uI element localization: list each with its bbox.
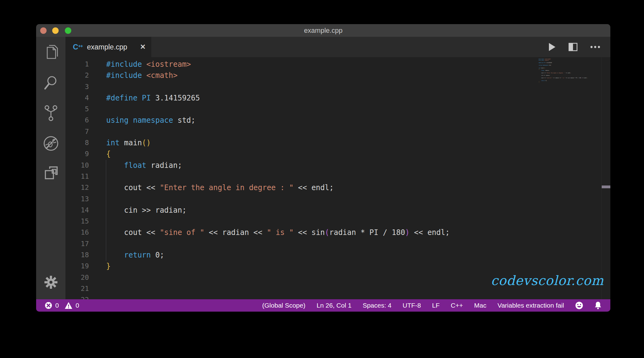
code-line[interactable]: } [106, 261, 536, 272]
code-line[interactable] [106, 272, 536, 283]
line-number[interactable]: 1 [65, 59, 89, 70]
sidebar-item-extensions[interactable] [36, 162, 65, 184]
sidebar-item-search[interactable] [36, 72, 65, 94]
line-number[interactable]: 8 [65, 137, 89, 148]
code-line[interactable]: float radian; [106, 160, 536, 171]
status-bar: 0 0 (Global Scope) Ln 26, Col 1 Spaces: … [36, 299, 610, 312]
status-mode[interactable]: Mac [474, 302, 487, 309]
error-count[interactable]: 0 [55, 302, 59, 309]
code-line[interactable]: using namespace std; [106, 115, 536, 126]
status-eol[interactable]: LF [432, 302, 440, 309]
code-line[interactable]: cout << "sine of " << radian << " is " <… [539, 77, 591, 79]
debug-disabled-icon [42, 135, 60, 152]
title-bar[interactable]: example.cpp [36, 24, 610, 37]
line-number[interactable]: 3 [65, 81, 89, 92]
source-control-icon [43, 104, 59, 122]
activity-bar [36, 37, 65, 299]
code-line[interactable] [106, 194, 536, 205]
line-number[interactable]: 20 [65, 272, 89, 283]
tab-close-icon[interactable]: ✕ [140, 43, 146, 51]
search-icon [43, 75, 59, 91]
line-number[interactable]: 5 [65, 104, 89, 115]
tab-bar: C++ example.cpp ✕ [65, 37, 610, 57]
line-number-gutter[interactable]: 12345678910111213141516171819202122 [65, 59, 89, 299]
gear-icon [43, 275, 59, 290]
code-line[interactable] [539, 85, 591, 86]
tab-example-cpp[interactable]: C++ example.cpp ✕ [65, 37, 151, 57]
status-indentation[interactable]: Spaces: 4 [363, 302, 391, 309]
code-line[interactable]: cout << "sine of " << radian << " is " <… [106, 227, 536, 238]
line-number[interactable]: 13 [65, 194, 89, 205]
code-content[interactable]: #include <iostream>#include <cmath>#defi… [106, 59, 536, 299]
line-number[interactable]: 22 [65, 294, 89, 299]
code-line[interactable]: cin >> radian; [106, 205, 536, 216]
status-message: Variables extraction fail [497, 302, 564, 309]
line-number[interactable]: 18 [65, 249, 89, 261]
window-title: example.cpp [36, 24, 610, 37]
code-line[interactable] [106, 283, 536, 294]
overview-ruler[interactable] [601, 57, 610, 299]
notifications-bell-icon[interactable] [594, 301, 602, 309]
status-cursor-position[interactable]: Ln 26, Col 1 [316, 302, 351, 309]
errors-icon[interactable] [45, 302, 52, 309]
scrollbar-handle[interactable] [602, 185, 610, 188]
split-editor-icon[interactable] [568, 43, 578, 51]
line-number[interactable]: 6 [65, 115, 89, 126]
line-number[interactable]: 19 [65, 261, 89, 272]
tab-label: example.cpp [87, 43, 136, 51]
code-line[interactable]: return 0; [106, 249, 536, 261]
extensions-icon [43, 165, 59, 181]
watermark: codevscolor.com [491, 273, 604, 288]
line-number[interactable]: 15 [65, 216, 89, 227]
code-line[interactable]: int main() [106, 137, 536, 148]
code-line[interactable] [106, 294, 536, 299]
code-line[interactable]: #include <iostream> [106, 59, 536, 70]
line-number[interactable]: 17 [65, 238, 89, 249]
warnings-icon[interactable] [65, 302, 73, 309]
editor-actions [548, 37, 610, 57]
warning-count[interactable]: 0 [76, 302, 79, 309]
sidebar-item-source-control[interactable] [36, 102, 65, 124]
line-number[interactable]: 16 [65, 227, 89, 238]
code-line[interactable] [106, 104, 536, 115]
line-number[interactable]: 10 [65, 160, 89, 171]
line-number[interactable]: 21 [65, 283, 89, 294]
code-line[interactable] [106, 171, 536, 182]
sidebar-item-settings[interactable] [36, 271, 65, 293]
code-editor[interactable]: 12345678910111213141516171819202122 #inc… [65, 57, 610, 299]
code-line[interactable]: #include <cmath> [106, 70, 536, 81]
cpp-file-icon: C++ [73, 43, 83, 51]
status-encoding[interactable]: UTF-8 [403, 302, 421, 309]
code-line[interactable] [106, 81, 536, 92]
code-line[interactable]: cout << "Enter the angle in degree : " <… [106, 182, 536, 193]
code-line[interactable]: #define PI 3.14159265 [106, 92, 536, 104]
line-number[interactable]: 7 [65, 126, 89, 137]
line-number[interactable]: 14 [65, 205, 89, 216]
sidebar-item-debug[interactable] [36, 133, 65, 154]
more-actions-icon[interactable] [590, 45, 600, 49]
files-icon [43, 44, 59, 60]
line-number[interactable]: 12 [65, 182, 89, 193]
line-number[interactable]: 11 [65, 171, 89, 182]
line-number[interactable]: 2 [65, 70, 89, 81]
vscode-window: example.cpp [36, 24, 610, 312]
code-line[interactable] [106, 238, 536, 249]
status-language[interactable]: C++ [451, 302, 463, 309]
code-line[interactable]: { [106, 148, 536, 160]
code-line[interactable] [106, 126, 536, 137]
feedback-smiley-icon[interactable] [575, 301, 583, 309]
line-number[interactable]: 9 [65, 148, 89, 160]
code-line[interactable] [106, 216, 536, 227]
line-number[interactable]: 4 [65, 92, 89, 104]
sidebar-item-explorer[interactable] [36, 41, 65, 63]
status-scope[interactable]: (Global Scope) [262, 302, 305, 309]
run-icon[interactable] [548, 42, 556, 52]
minimap[interactable]: #include <iostream>#include <cmath>#defi… [539, 58, 591, 86]
